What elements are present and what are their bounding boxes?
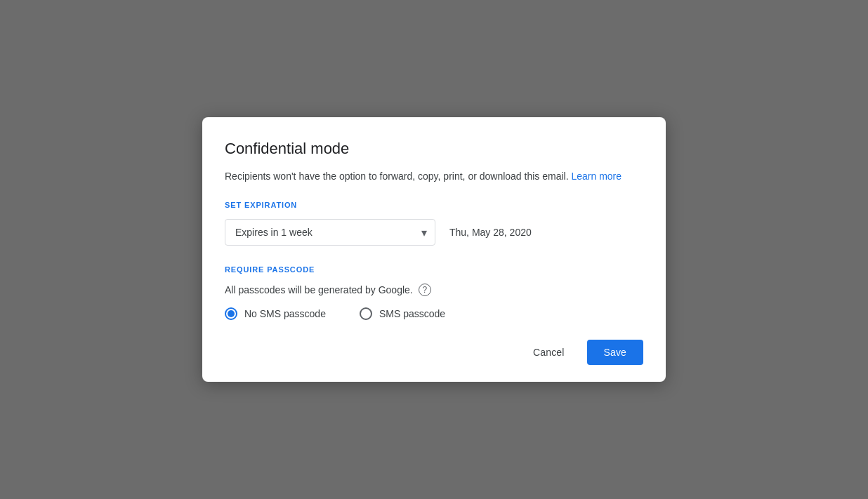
expiration-row: No expiration Expires in 1 day Expires i…: [225, 219, 643, 246]
expiration-select-wrapper: No expiration Expires in 1 day Expires i…: [225, 219, 435, 246]
sms-passcode-label: SMS passcode: [379, 308, 445, 319]
passcode-section-label: REQUIRE PASSCODE: [225, 265, 643, 274]
save-button[interactable]: Save: [587, 340, 643, 365]
passcode-section: REQUIRE PASSCODE All passcodes will be g…: [225, 265, 643, 320]
learn-more-link[interactable]: Learn more: [571, 171, 622, 182]
expiration-date-display: Thu, May 28, 2020: [449, 227, 532, 238]
expiration-select[interactable]: No expiration Expires in 1 day Expires i…: [225, 219, 435, 246]
passcode-help-icon[interactable]: ?: [419, 284, 431, 296]
passcode-description: All passcodes will be generated by Googl…: [225, 284, 643, 296]
dialog-description: Recipients won't have the option to forw…: [225, 169, 643, 184]
no-sms-passcode-option[interactable]: No SMS passcode: [225, 307, 326, 320]
sms-passcode-option[interactable]: SMS passcode: [360, 307, 445, 320]
cancel-button[interactable]: Cancel: [516, 340, 581, 365]
passcode-radio-group: No SMS passcode SMS passcode: [225, 307, 643, 320]
no-sms-passcode-label: No SMS passcode: [244, 308, 326, 319]
dialog-title: Confidential mode: [225, 140, 643, 158]
sms-radio-button[interactable]: [360, 307, 372, 320]
dialog-actions: Cancel Save: [225, 340, 643, 365]
no-sms-radio-button[interactable]: [225, 307, 237, 320]
modal-overlay: Confidential mode Recipients won't have …: [0, 0, 868, 499]
expiration-section-label: SET EXPIRATION: [225, 201, 643, 209]
confidential-mode-dialog: Confidential mode Recipients won't have …: [202, 117, 666, 382]
